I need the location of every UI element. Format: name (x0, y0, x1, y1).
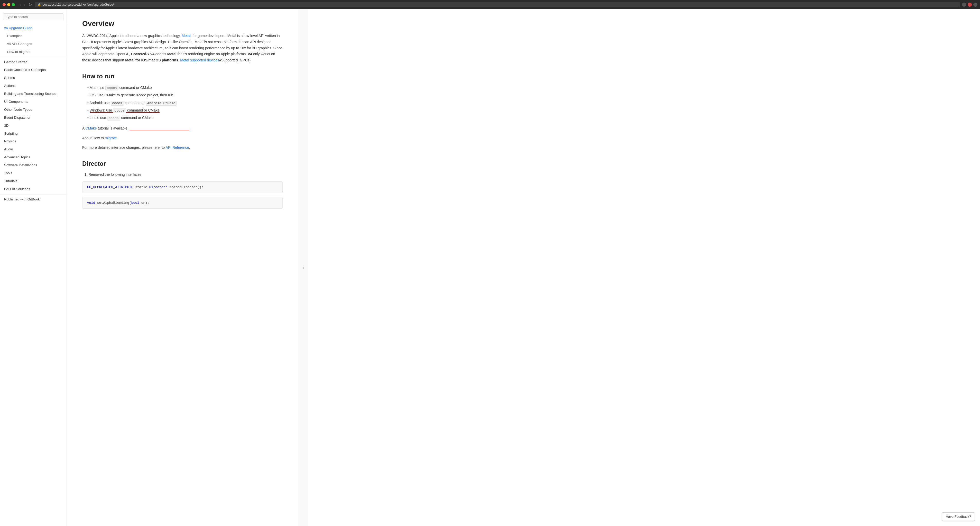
browser-chrome: ‹ › ↻ 🔒 docs.cocos2d-x.org/cocos2d-x/v4/… (0, 0, 980, 9)
sidebar-item-basic-concepts[interactable]: Basic Cocos2d-x Concepts (0, 66, 67, 74)
page-title: Overview (82, 19, 283, 28)
cocos-code-windows: cocos (113, 108, 126, 113)
sidebar-item-v4-upgrade-guide[interactable]: v4 Upgrade Guide (0, 24, 67, 32)
sidebar-item-published-gitbook[interactable]: Published with GitBook (0, 195, 67, 203)
metal-link[interactable]: Metal (182, 34, 190, 38)
director-list-item-1: Removed the following interfaces (88, 172, 283, 178)
metal-bold: Metal (167, 52, 177, 56)
main-layout: v4 Upgrade Guide Examples v4 API Changes… (0, 9, 980, 526)
migrate-link[interactable]: migrate (105, 136, 117, 140)
sidebar-item-tools[interactable]: Tools (0, 169, 67, 177)
extension-icon[interactable] (968, 3, 972, 7)
sidebar-item-ui-components[interactable]: UI Components (0, 98, 67, 106)
director-list: Removed the following interfaces (88, 172, 283, 178)
code-block-2: void setAlphaBlending(bool on); (82, 197, 283, 209)
minimize-btn[interactable] (7, 3, 10, 6)
cocos-code-android: cocos (111, 101, 124, 106)
maximize-btn[interactable] (12, 3, 15, 6)
sidebar-item-other-node-types[interactable]: Other Node Types (0, 106, 67, 114)
search-input[interactable] (3, 13, 64, 20)
run-item-windows: Windows: use cocos command or CMake (88, 106, 283, 114)
profile-icon[interactable] (962, 3, 966, 7)
sidebar-item-software-installations[interactable]: Software Installations (0, 161, 67, 169)
sidebar-item-physics[interactable]: Physics (0, 137, 67, 145)
director-title: Director (82, 160, 283, 167)
sidebar-item-faq[interactable]: FAQ of Solutions (0, 185, 67, 193)
run-item-ios: iOS: use CMake to generate Xcode project… (88, 92, 283, 99)
cmake-tutorial-para: A CMake tutorial is available. (82, 126, 283, 132)
search-bar (0, 12, 67, 23)
run-list: Mac: use cocos command or CMake iOS: use… (88, 84, 283, 122)
android-studio-code: Android Studio (146, 101, 177, 106)
metal-devices-link[interactable]: Metal supported devices (180, 58, 219, 62)
right-scroll-arrow[interactable]: › (302, 265, 304, 270)
intro-paragraph: At WWDC 2014, Apple introduced a new gra… (82, 33, 283, 64)
url-text: docs.cocos2d-x.org/cocos2d-x/v4/en/upgra… (43, 3, 114, 6)
api-reference-link[interactable]: API Reference (166, 145, 189, 149)
cc-deprecated-keyword: CC_DEPRECATED_ATTRIBUTE (87, 185, 133, 189)
nav-divider-1 (0, 57, 67, 57)
extension-icon-2[interactable] (973, 3, 977, 7)
api-ref-para: For more detailed interface changes, ple… (82, 145, 283, 151)
refresh-btn[interactable]: ↻ (27, 2, 33, 8)
browser-toolbar (962, 3, 977, 7)
lock-icon: 🔒 (38, 3, 41, 6)
sidebar-item-advanced-topics[interactable]: Advanced Topics (0, 153, 67, 161)
right-panel: › (298, 9, 308, 526)
address-bar[interactable]: 🔒 docs.cocos2d-x.org/cocos2d-x/v4/en/upg… (35, 2, 960, 7)
bool-type: bool (131, 201, 139, 205)
sidebar-item-3d[interactable]: 3D (0, 122, 67, 130)
close-btn[interactable] (3, 3, 6, 6)
sidebar-item-scripting[interactable]: Scripting (0, 130, 67, 138)
cocos2d-bold: Cocos2d-x v4 (131, 52, 154, 56)
void-keyword: void (87, 201, 95, 205)
nav-section: v4 Upgrade Guide Examples v4 API Changes… (0, 23, 67, 205)
sidebar-item-event-dispatcher[interactable]: Event Dispatcher (0, 114, 67, 122)
nav-arrows: ‹ › ↻ (19, 2, 33, 8)
sidebar-item-audio[interactable]: Audio (0, 145, 67, 153)
director-type: Director* (149, 185, 167, 189)
metal-ios-bold: Metal for iOS/macOS platforms (125, 58, 178, 62)
sidebar-item-v4-api-changes[interactable]: v4 API Changes (0, 40, 67, 48)
content-area: Overview At WWDC 2014, Apple introduced … (67, 9, 298, 526)
cocos-code-linux: cocos (107, 116, 120, 121)
code-block-1: CC_DEPRECATED_ATTRIBUTE static Director*… (82, 181, 283, 193)
sidebar-item-actions[interactable]: Actions (0, 82, 67, 90)
cmake-underline (129, 126, 189, 130)
sidebar-item-sprites[interactable]: Sprites (0, 74, 67, 82)
sidebar-item-examples[interactable]: Examples (0, 32, 67, 40)
run-item-android: Android: use cocos command or Android St… (88, 99, 283, 106)
run-item-linux: Linux: use cocos command or CMake (88, 114, 283, 122)
feedback-button[interactable]: Have Feedback? (942, 512, 975, 521)
back-arrow[interactable]: ‹ (19, 2, 22, 8)
how-to-run-title: How to run (82, 73, 283, 80)
v4-bold: V4 (248, 52, 252, 56)
about-migrate-para: About How to migrate. (82, 135, 283, 141)
sidebar-item-building-scenes[interactable]: Building and Transitioning Scenes (0, 90, 67, 98)
sidebar: v4 Upgrade Guide Examples v4 API Changes… (0, 9, 67, 526)
run-item-mac: Mac: use cocos command or CMake (88, 84, 283, 92)
sidebar-item-tutorials[interactable]: Tutorials (0, 177, 67, 185)
windows-underline: Windows: use cocos command or CMake (90, 108, 159, 113)
cmake-link[interactable]: CMake (85, 126, 97, 130)
sidebar-item-how-to-migrate[interactable]: How to migrate (0, 48, 67, 56)
cocos-code-mac: cocos (105, 86, 118, 91)
forward-arrow[interactable]: › (23, 2, 26, 8)
sidebar-item-getting-started[interactable]: Getting Started (0, 58, 67, 66)
window-controls (3, 3, 15, 6)
